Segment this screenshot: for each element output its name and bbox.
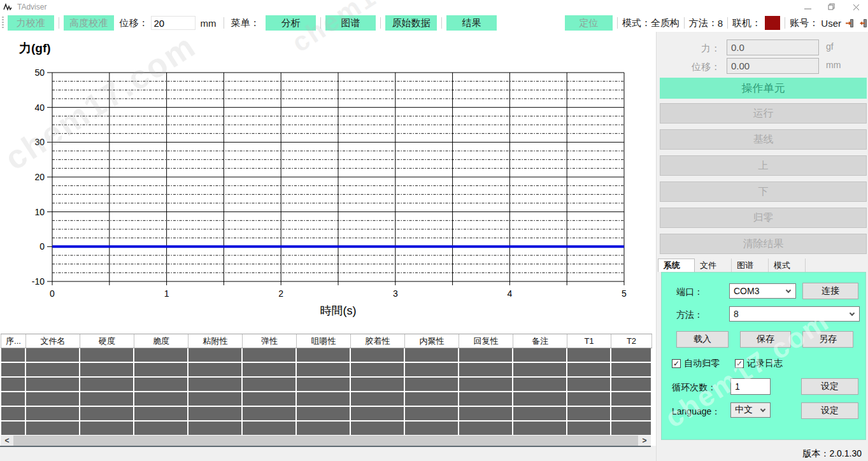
online-status-indicator [765, 16, 780, 30]
online-label: 联机： [732, 17, 761, 29]
cycles-input[interactable] [730, 378, 771, 395]
displacement-input[interactable] [151, 16, 196, 30]
raw-data-button[interactable]: 原始数据 [385, 15, 438, 31]
scroll-right-icon[interactable]: > [638, 436, 651, 446]
table-cell [351, 378, 405, 392]
tab-file[interactable]: 文件 [695, 259, 732, 272]
svg-text:1: 1 [164, 288, 169, 299]
table-cell [1, 348, 26, 363]
column-header[interactable]: 咀嚼性 [297, 334, 351, 348]
checkbox-check-icon: ✓ [735, 359, 744, 368]
scrollbar-thumb[interactable] [13, 436, 638, 446]
results-table-header: 序...文件名硬度脆度粘附性弹性咀嚼性胶着性内聚性回复性备注T1T2 [1, 334, 652, 348]
baseline-button[interactable]: 基线 [660, 129, 867, 150]
svg-text:0: 0 [39, 241, 45, 252]
toolbar: 力校准 高度校准 位移： mm 菜单： 分析 图谱 原始数据 结果 定位 模式：… [0, 14, 868, 32]
table-cell [134, 348, 189, 363]
tab-mode[interactable]: 模式 [769, 259, 806, 272]
table-cell [567, 407, 611, 422]
height-calibration-button[interactable]: 高度校准 [64, 15, 114, 31]
toolbar-gripper[interactable] [2, 17, 4, 29]
language-select[interactable]: 中文 [730, 402, 771, 418]
table-row[interactable] [1, 407, 652, 422]
port-select[interactable]: COM3 [729, 283, 796, 299]
mode-value: 全质构 [651, 17, 679, 29]
method-select-value: 8 [734, 309, 739, 319]
table-cell [243, 378, 297, 392]
log-checkbox[interactable]: ✓ 记录日志 [735, 358, 783, 369]
tab-system[interactable]: 系统 [658, 259, 695, 272]
table-cell [611, 422, 652, 436]
column-header[interactable]: 硬度 [80, 334, 134, 348]
connect-button[interactable]: 连接 [802, 283, 858, 299]
horizontal-scrollbar[interactable]: < > [1, 436, 651, 446]
method-select-label: 方法： [676, 309, 703, 321]
action-button-group: 运行基线上下归零清除结果 [660, 103, 867, 260]
system-settings-panel: 端口： COM3 连接 方法： 8 载入 保存 另存 ✓ 自动归零 ✓ 记录日志… [661, 272, 866, 440]
column-header[interactable]: 脆度 [134, 334, 189, 348]
column-header[interactable]: 胶着性 [351, 334, 405, 348]
logout-icon[interactable] [858, 18, 868, 28]
svg-text:40: 40 [34, 103, 45, 113]
port-value: COM3 [734, 286, 759, 296]
svg-text:2: 2 [278, 288, 283, 299]
down-button[interactable]: 下 [660, 181, 867, 202]
column-header[interactable]: 文件名 [26, 334, 80, 348]
method-select[interactable]: 8 [729, 306, 860, 322]
table-row[interactable] [1, 392, 652, 407]
column-header[interactable]: 内聚性 [405, 334, 459, 348]
tab-graph[interactable]: 图谱 [732, 259, 769, 272]
zero-button[interactable]: 归零 [660, 208, 867, 228]
table-cell [134, 378, 189, 392]
column-header[interactable]: 弹性 [243, 334, 297, 348]
minimize-icon[interactable] [795, 0, 820, 14]
column-header[interactable]: 序... [1, 334, 26, 348]
port-label: 端口： [676, 287, 703, 298]
table-cell [189, 363, 243, 378]
cycles-set-button[interactable]: 设定 [801, 378, 858, 395]
load-button[interactable]: 载入 [676, 331, 729, 348]
login-icon[interactable] [845, 18, 855, 28]
results-table: 序...文件名硬度脆度粘附性弹性咀嚼性胶着性内聚性回复性备注T1T2 [1, 334, 652, 436]
auto-zero-checkbox[interactable]: ✓ 自动归零 [672, 358, 720, 369]
svg-text:3: 3 [393, 288, 398, 299]
svg-text:5: 5 [622, 288, 627, 299]
graph-button[interactable]: 图谱 [325, 15, 376, 31]
scroll-left-icon[interactable]: < [1, 436, 13, 446]
svg-text:30: 30 [34, 137, 45, 147]
table-cell [459, 407, 513, 422]
column-header[interactable]: 回复性 [459, 334, 513, 348]
svg-text:4: 4 [508, 288, 513, 299]
table-cell [567, 378, 611, 392]
table-row[interactable] [1, 363, 652, 378]
table-cell [26, 348, 80, 363]
result-button[interactable]: 结果 [446, 15, 497, 31]
analysis-button[interactable]: 分析 [266, 15, 316, 31]
displacement-readout-label: 位移： [676, 61, 720, 73]
column-header[interactable]: 备注 [513, 334, 567, 348]
table-cell [26, 422, 80, 436]
operate-unit-button[interactable]: 操作单元 [660, 78, 867, 99]
up-button[interactable]: 上 [660, 155, 867, 176]
locate-button[interactable]: 定位 [565, 15, 613, 31]
table-cell [351, 407, 405, 422]
table-cell [297, 407, 351, 422]
column-header[interactable]: T2 [611, 334, 652, 348]
force-calibration-button[interactable]: 力校准 [8, 15, 54, 31]
table-row[interactable] [1, 348, 652, 363]
force-readout-label: 力： [676, 43, 720, 55]
column-header[interactable]: 粘附性 [189, 334, 243, 348]
clear-results-button[interactable]: 清除结果 [660, 234, 867, 254]
table-cell [189, 407, 243, 422]
language-set-button[interactable]: 设定 [801, 402, 858, 419]
table-row[interactable] [1, 378, 652, 392]
column-header[interactable]: T1 [567, 334, 611, 348]
close-icon[interactable] [844, 0, 868, 14]
save-button[interactable]: 保存 [740, 331, 791, 348]
method-label: 方法： [689, 17, 718, 29]
table-row[interactable] [1, 422, 652, 436]
table-cell [243, 392, 297, 407]
run-button[interactable]: 运行 [660, 103, 867, 124]
restore-icon[interactable] [820, 0, 844, 14]
save-as-button[interactable]: 另存 [802, 331, 853, 348]
